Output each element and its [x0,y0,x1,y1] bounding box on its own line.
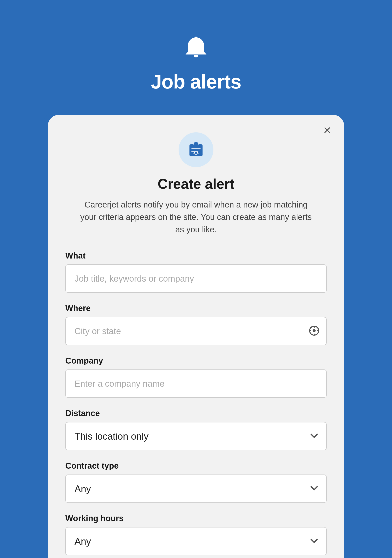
distance-select-wrapper: This location only 5 km 10 km 25 km 50 k… [65,422,327,450]
svg-point-8 [313,329,316,332]
contract-type-field-group: Contract type Any Permanent Contract Tem… [65,461,327,503]
svg-point-5 [194,152,195,153]
where-input-wrapper [65,317,327,345]
modal-icon-circle [179,132,213,167]
location-icon [308,325,320,338]
close-button[interactable]: × [324,124,331,137]
distance-field-group: Distance This location only 5 km 10 km 2… [65,409,327,450]
distance-select[interactable]: This location only 5 km 10 km 25 km 50 k… [65,422,327,450]
where-input[interactable] [65,317,327,345]
modal-title: Create alert [65,176,327,192]
svg-point-0 [194,37,197,40]
working-hours-select[interactable]: Any Full-time Part-time [65,527,327,555]
page-title: Job alerts [151,71,241,93]
contract-type-label: Contract type [65,461,327,471]
working-hours-select-wrapper: Any Full-time Part-time [65,527,327,555]
company-field-group: Company [65,356,327,398]
modal-inner: × Create [48,115,344,558]
working-hours-field-group: Working hours Any Full-time Part-time [65,514,327,555]
modal-container: × Create [43,111,349,558]
svg-point-6 [197,152,198,153]
bell-icon [183,35,209,62]
modal-icon-wrapper [65,132,327,167]
working-hours-label: Working hours [65,514,327,523]
company-input[interactable] [65,369,327,398]
what-input[interactable] [65,264,327,293]
where-label: Where [65,304,327,313]
what-field-group: What [65,251,327,293]
where-field-group: Where [65,304,327,345]
contract-type-select[interactable]: Any Permanent Contract Temporary Part-ti… [65,474,327,503]
svg-rect-2 [191,148,201,149]
distance-label: Distance [65,409,327,418]
page-header: Job alerts [151,0,241,93]
modal-description: Careerjet alerts notify you by email whe… [65,199,327,236]
contract-type-select-wrapper: Any Permanent Contract Temporary Part-ti… [65,474,327,503]
svg-rect-3 [191,151,198,152]
what-label: What [65,251,327,261]
company-label: Company [65,356,327,366]
